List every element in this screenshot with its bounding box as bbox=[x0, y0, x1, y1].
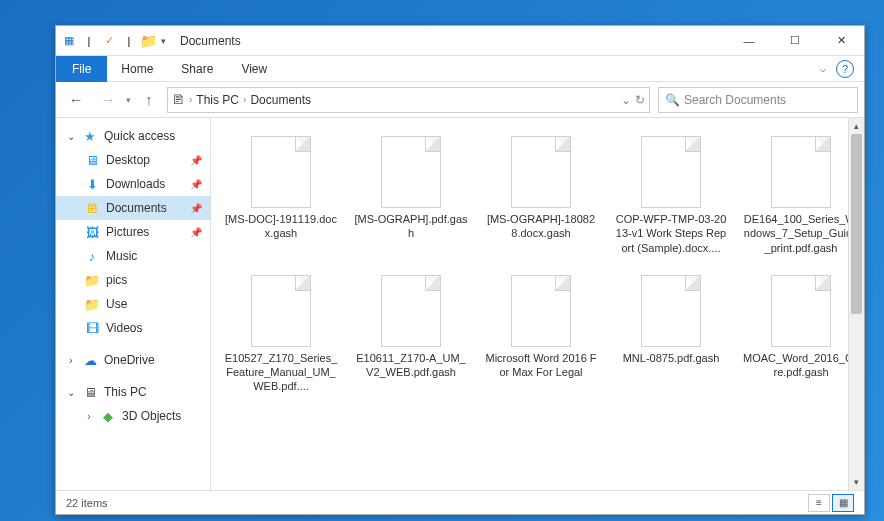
file-item[interactable]: DE164_100_Series_Windows_7_Setup_Guide_p… bbox=[741, 132, 861, 259]
folder-icon: 📁 bbox=[84, 273, 100, 288]
nav-downloads[interactable]: ⬇ Downloads 📌 bbox=[56, 172, 210, 196]
scroll-down-icon[interactable]: ▾ bbox=[849, 474, 864, 490]
titlebar: ▦ | ✓ | 📁 ▾ Documents — ☐ ✕ bbox=[56, 26, 864, 56]
desktop-icon: 🖥 bbox=[84, 153, 100, 168]
nav-onedrive[interactable]: › ☁ OneDrive bbox=[56, 348, 210, 372]
nav-label: This PC bbox=[104, 385, 147, 399]
help-button[interactable]: ? bbox=[836, 60, 854, 78]
nav-label: Documents bbox=[106, 201, 167, 215]
window-title: Documents bbox=[180, 34, 241, 48]
file-item[interactable]: [MS-OGRAPH].pdf.gash bbox=[351, 132, 471, 259]
chevron-down-icon[interactable]: ⌄ bbox=[621, 93, 631, 107]
nav-music[interactable]: ♪ Music bbox=[56, 244, 210, 268]
file-name: [MS-OGRAPH]-180828.docx.gash bbox=[483, 212, 599, 241]
navigation-pane: ⌄ ★ Quick access 🖥 Desktop 📌 ⬇ Downloads… bbox=[56, 118, 211, 490]
file-icon bbox=[511, 275, 571, 347]
file-item[interactable]: E10527_Z170_Series_Feature_Manual_UM_WEB… bbox=[221, 271, 341, 398]
nav-quick-access[interactable]: ⌄ ★ Quick access bbox=[56, 124, 210, 148]
ribbon-collapse-icon[interactable]: ⌵ bbox=[820, 63, 826, 74]
search-icon: 🔍 bbox=[665, 93, 680, 107]
file-item[interactable]: Microsoft Word 2016 For Max For Legal bbox=[481, 271, 601, 398]
nav-pics[interactable]: 📁 pics bbox=[56, 268, 210, 292]
file-item[interactable]: [MS-OGRAPH]-180828.docx.gash bbox=[481, 132, 601, 259]
qat-new-icon[interactable]: ✓ bbox=[100, 32, 118, 50]
expand-icon[interactable]: ⌄ bbox=[66, 131, 76, 142]
file-grid: [MS-DOC]-191119.docx.gash [MS-OGRAPH].pd… bbox=[221, 132, 854, 398]
file-item[interactable]: MOAC_Word_2016_Core.pdf.gash bbox=[741, 271, 861, 398]
file-icon bbox=[641, 275, 701, 347]
nav-documents[interactable]: 🖹 Documents 📌 bbox=[56, 196, 210, 220]
documents-icon: 🖹 bbox=[84, 201, 100, 216]
download-icon: ⬇ bbox=[84, 177, 100, 192]
nav-label: Videos bbox=[106, 321, 142, 335]
refresh-icon[interactable]: ↻ bbox=[635, 93, 645, 107]
minimize-button[interactable]: — bbox=[726, 26, 772, 56]
details-view-button[interactable]: ≡ bbox=[808, 494, 830, 512]
folder-icon: 📁 bbox=[84, 297, 100, 312]
expand-icon[interactable]: › bbox=[66, 355, 76, 366]
tab-view[interactable]: View bbox=[227, 56, 281, 82]
expand-icon[interactable]: › bbox=[84, 411, 94, 422]
tab-share[interactable]: Share bbox=[167, 56, 227, 82]
nav-this-pc[interactable]: ⌄ 🖥 This PC bbox=[56, 380, 210, 404]
ribbon: File Home Share View ⌵ ? bbox=[56, 56, 864, 82]
file-name: [MS-OGRAPH].pdf.gash bbox=[353, 212, 469, 241]
nav-3d-objects[interactable]: › ◆ 3D Objects bbox=[56, 404, 210, 428]
file-icon bbox=[511, 136, 571, 208]
file-name: [MS-DOC]-191119.docx.gash bbox=[223, 212, 339, 241]
scroll-thumb[interactable] bbox=[851, 134, 862, 314]
tab-home[interactable]: Home bbox=[107, 56, 167, 82]
3d-icon: ◆ bbox=[100, 409, 116, 424]
maximize-button[interactable]: ☐ bbox=[772, 26, 818, 56]
scroll-up-icon[interactable]: ▴ bbox=[849, 118, 864, 134]
tab-file[interactable]: File bbox=[56, 56, 107, 82]
onedrive-icon: ☁ bbox=[82, 353, 98, 368]
nav-label: pics bbox=[106, 273, 127, 287]
videos-icon: 🎞 bbox=[84, 321, 100, 336]
file-name: E10611_Z170-A_UM_V2_WEB.pdf.gash bbox=[353, 351, 469, 380]
expand-icon[interactable]: ⌄ bbox=[66, 387, 76, 398]
file-name: MNL-0875.pdf.gash bbox=[613, 351, 729, 365]
file-icon bbox=[771, 275, 831, 347]
breadcrumb-part[interactable]: Documents bbox=[250, 93, 311, 107]
breadcrumb-part[interactable]: This PC bbox=[196, 93, 239, 107]
qat-properties-icon[interactable]: ▦ bbox=[60, 32, 78, 50]
file-item[interactable]: COP-WFP-TMP-03-2013-v1 Work Steps Report… bbox=[611, 132, 731, 259]
back-button[interactable]: ← bbox=[62, 86, 90, 114]
file-name: MOAC_Word_2016_Core.pdf.gash bbox=[743, 351, 859, 380]
icons-view-button[interactable]: ▦ bbox=[832, 494, 854, 512]
nav-desktop[interactable]: 🖥 Desktop 📌 bbox=[56, 148, 210, 172]
file-name: DE164_100_Series_Windows_7_Setup_Guide_p… bbox=[743, 212, 859, 255]
pin-icon: 📌 bbox=[190, 155, 202, 166]
search-input[interactable]: 🔍 Search Documents bbox=[658, 87, 858, 113]
file-item[interactable]: MNL-0875.pdf.gash bbox=[611, 271, 731, 398]
file-icon bbox=[771, 136, 831, 208]
nav-label: Pictures bbox=[106, 225, 149, 239]
content-pane[interactable]: [MS-DOC]-191119.docx.gash [MS-OGRAPH].pd… bbox=[211, 118, 864, 490]
folder-icon: 📁 bbox=[140, 33, 157, 49]
file-item[interactable]: [MS-DOC]-191119.docx.gash bbox=[221, 132, 341, 259]
breadcrumb[interactable]: 🖹 › This PC › Documents ⌄ ↻ bbox=[167, 87, 650, 113]
qat-dropdown-icon[interactable]: ▾ bbox=[161, 36, 166, 46]
file-name: Microsoft Word 2016 For Max For Legal bbox=[483, 351, 599, 380]
item-count: 22 items bbox=[66, 497, 108, 509]
nav-label: 3D Objects bbox=[122, 409, 181, 423]
file-icon bbox=[251, 136, 311, 208]
navigation-row: ← → ▾ ↑ 🖹 › This PC › Documents ⌄ ↻ 🔍 Se… bbox=[56, 82, 864, 118]
nav-pictures[interactable]: 🖼 Pictures 📌 bbox=[56, 220, 210, 244]
up-button[interactable]: ↑ bbox=[135, 86, 163, 114]
close-button[interactable]: ✕ bbox=[818, 26, 864, 56]
breadcrumb-doc-icon: 🖹 bbox=[172, 92, 185, 107]
pin-icon: 📌 bbox=[190, 203, 202, 214]
nav-label: OneDrive bbox=[104, 353, 155, 367]
nav-videos[interactable]: 🎞 Videos bbox=[56, 316, 210, 340]
recent-locations-icon[interactable]: ▾ bbox=[126, 95, 131, 105]
nav-label: Quick access bbox=[104, 129, 175, 143]
forward-button[interactable]: → bbox=[94, 86, 122, 114]
pictures-icon: 🖼 bbox=[84, 225, 100, 240]
file-item[interactable]: E10611_Z170-A_UM_V2_WEB.pdf.gash bbox=[351, 271, 471, 398]
nav-use[interactable]: 📁 Use bbox=[56, 292, 210, 316]
vertical-scrollbar[interactable]: ▴ ▾ bbox=[848, 118, 864, 490]
file-icon bbox=[641, 136, 701, 208]
qat-separator: | bbox=[120, 32, 138, 50]
